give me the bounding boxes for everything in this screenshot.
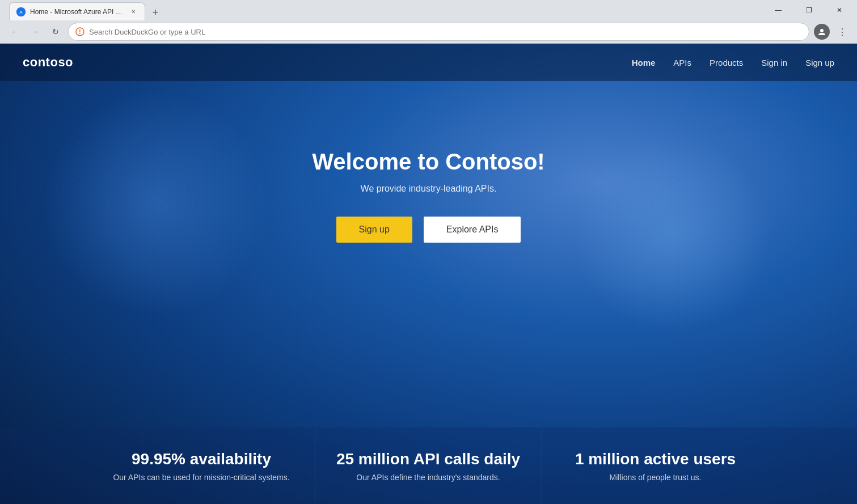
title-bar: A Home - Microsoft Azure API Mar ✕ + — ❐…: [0, 0, 857, 20]
stat-api-calls: 25 million API calls daily Our APIs defi…: [315, 427, 542, 504]
hero-subtitle: We provide industry-leading APIs.: [361, 184, 497, 194]
site-logo: contoso: [23, 55, 73, 70]
close-button[interactable]: ✕: [826, 0, 852, 20]
stats-row: 99.95% availability Our APIs can be used…: [0, 427, 857, 504]
tab-title: Home - Microsoft Azure API Mar: [30, 8, 124, 16]
maximize-button[interactable]: ❐: [796, 0, 822, 20]
forward-button[interactable]: →: [27, 24, 43, 40]
stat-availability-desc: Our APIs can be used for mission-critica…: [100, 473, 303, 482]
tab-close-button[interactable]: ✕: [129, 7, 138, 16]
svg-text:!: !: [79, 29, 81, 35]
explore-apis-button[interactable]: Explore APIs: [424, 217, 521, 243]
hero-title: Welcome to Contoso!: [312, 149, 544, 175]
site-navigation: contoso Home APIs Products Sign in Sign …: [0, 44, 857, 81]
stat-users: 1 million active users Millions of peopl…: [542, 427, 769, 504]
back-button[interactable]: ←: [7, 24, 23, 40]
minimize-button[interactable]: —: [765, 0, 791, 20]
refresh-button[interactable]: ↻: [48, 24, 64, 40]
svg-point-4: [820, 29, 824, 32]
stat-api-calls-number: 25 million API calls daily: [327, 450, 530, 468]
nav-signup[interactable]: Sign up: [805, 58, 834, 67]
security-icon: !: [75, 27, 85, 36]
nav-links: Home APIs Products Sign in Sign up: [632, 58, 834, 67]
stat-users-number: 1 million active users: [554, 450, 758, 468]
stat-api-calls-desc: Our APIs define the industry's standards…: [327, 473, 530, 482]
nav-signin[interactable]: Sign in: [761, 58, 787, 67]
hero-buttons: Sign up Explore APIs: [336, 217, 521, 243]
website-content: contoso Home APIs Products Sign in Sign …: [0, 44, 857, 504]
hero-section: Welcome to Contoso! We provide industry-…: [0, 81, 857, 243]
profile-button[interactable]: [814, 24, 830, 40]
new-tab-button[interactable]: +: [147, 5, 163, 20]
stat-availability-number: 99.95% availability: [100, 450, 303, 468]
active-tab[interactable]: A Home - Microsoft Azure API Mar ✕: [9, 2, 145, 20]
svg-text:A: A: [19, 10, 23, 15]
window-controls: — ❐ ✕: [765, 0, 852, 20]
tab-favicon: A: [16, 7, 26, 16]
signup-button[interactable]: Sign up: [336, 217, 412, 243]
stat-users-desc: Millions of people trust us.: [554, 473, 758, 482]
browser-chrome: A Home - Microsoft Azure API Mar ✕ + — ❐…: [0, 0, 857, 44]
nav-products[interactable]: Products: [710, 58, 743, 67]
stat-availability: 99.95% availability Our APIs can be used…: [88, 427, 315, 504]
browser-menu-button[interactable]: ⋮: [834, 24, 850, 40]
address-bar[interactable]: !: [68, 23, 809, 41]
address-bar-row: ← → ↻ ! ⋮: [0, 20, 857, 43]
tab-strip: A Home - Microsoft Azure API Mar ✕ +: [5, 0, 168, 20]
nav-apis[interactable]: APIs: [673, 58, 691, 67]
nav-home[interactable]: Home: [632, 58, 656, 67]
url-input[interactable]: [89, 28, 802, 36]
